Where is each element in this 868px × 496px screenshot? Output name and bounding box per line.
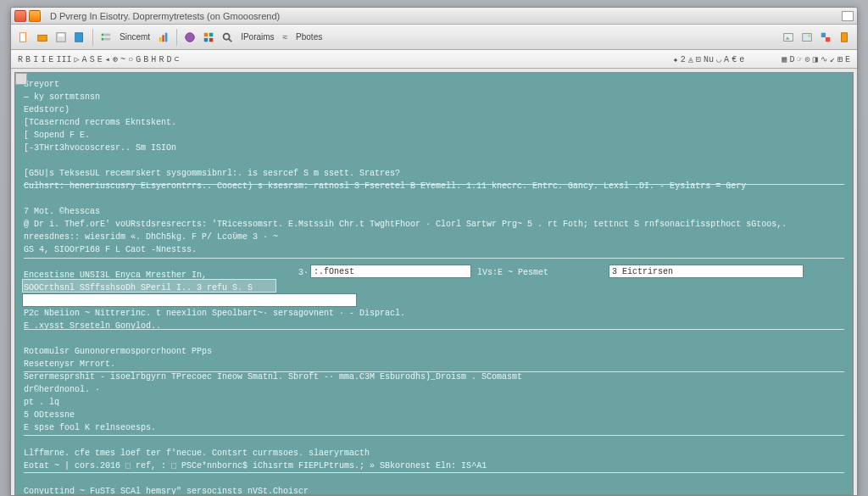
highlighted-row-1[interactable] [22, 279, 276, 293]
editor-line: [-3THrt3hvocoscresr.. Sm ISIOn [24, 142, 844, 154]
format-btn-5[interactable]: III [56, 55, 71, 64]
scroll-corner[interactable] [15, 73, 27, 85]
format-btn-20[interactable]: ⊂ [175, 55, 180, 64]
editor-line: P2c Nbeiion ~ Nittrerinc. t neexlion Spe… [24, 307, 844, 320]
window-title: D Pvrerg In Eisotry. Doprermytretests (o… [50, 11, 280, 21]
format-btn-2[interactable]: I [33, 55, 38, 64]
svg-point-22 [808, 34, 810, 36]
view-btn-6[interactable]: ↙ [830, 55, 835, 64]
editor-line: Sreyort [24, 78, 844, 91]
editor-line: 7 Mot. ©hesscas [24, 205, 844, 218]
minimize-button[interactable] [29, 10, 41, 22]
separator [92, 29, 93, 46]
nav-btn-3[interactable]: ⊡ [696, 55, 701, 64]
editor-line: [TCaserncnd recroms Ekntskent. [24, 116, 844, 129]
format-btn-1[interactable]: B [25, 55, 31, 64]
nav-btn-0[interactable]: ⬥ [673, 55, 678, 64]
help-icon[interactable] [837, 30, 852, 45]
landscape-icon[interactable] [799, 30, 815, 45]
editor-line: pt . lq [24, 396, 844, 409]
list-icon[interactable] [98, 30, 114, 45]
export-icon[interactable] [72, 30, 87, 45]
format-btn-16[interactable]: B [143, 55, 148, 64]
titlebar-right-controls [842, 11, 854, 21]
editor-line: @ Dr i. Thef.orE' voURstdsresrecrts: 'TR… [24, 218, 844, 231]
format-btn-18[interactable]: R [159, 55, 164, 64]
toolbar-label-sincemt[interactable]: Sincemt [117, 32, 153, 42]
format-btn-11[interactable]: ◂ [105, 55, 110, 64]
format-btn-17[interactable]: H [151, 55, 156, 64]
grid-icon[interactable] [201, 30, 216, 45]
editor-line: Rotomulsr Gunonorermosporcrhoont PPps [24, 345, 844, 358]
editor-line: E .xysst Srseteln Gonylod.. [24, 320, 844, 332]
toolbar-caret: ≈ [281, 32, 291, 42]
nav-btn-7[interactable]: € [732, 55, 737, 64]
nav-btn-4[interactable]: Nu [704, 55, 714, 64]
nav-btn-8[interactable]: e [739, 55, 744, 64]
svg-line-18 [229, 38, 232, 42]
palette-icon[interactable] [182, 30, 198, 45]
editor-line: Serermesprshit - isoelrbgyrn TPrecoec In… [24, 371, 844, 383]
svg-rect-9 [159, 37, 162, 42]
format-btn-0[interactable]: R [18, 55, 23, 64]
toolbar-label-photos[interactable]: Pbotes [293, 32, 325, 42]
editor-line [24, 472, 844, 485]
format-btn-14[interactable]: ○ [128, 55, 133, 64]
nav-btn-5[interactable]: ◡ [716, 55, 721, 64]
svg-rect-15 [204, 37, 208, 41]
svg-rect-16 [209, 37, 213, 41]
view-btn-4[interactable]: ◨ [813, 55, 818, 64]
squares-icon[interactable] [818, 30, 833, 45]
svg-rect-23 [821, 32, 826, 36]
nav-btn-1[interactable]: 2 [681, 55, 686, 64]
zoom-icon[interactable] [220, 30, 235, 45]
format-btn-4[interactable]: E [48, 55, 53, 64]
view-btn-7[interactable]: ⊞ [837, 55, 843, 64]
format-toolbar: R B I I E III ▷ A S E ◂ ⊕ ~ ○ G B H R D … [11, 50, 857, 69]
view-btn-5[interactable]: ∿ [821, 55, 827, 64]
view-btn-8[interactable]: E [845, 55, 850, 64]
svg-rect-25 [842, 32, 848, 42]
code-editor[interactable]: Sreyort— ky sortmtsnsnEedstorc)[TCasernc… [14, 72, 854, 495]
editor-line: Resetenysr Mrrort. [24, 358, 844, 371]
nav-btn-6[interactable]: A [724, 55, 729, 64]
editor-line: [ Sopend F E. [24, 129, 844, 142]
svg-rect-19 [784, 33, 793, 41]
format-btn-19[interactable]: D [166, 55, 171, 64]
format-btn-10[interactable]: E [97, 55, 103, 64]
format-btn-6[interactable]: ▷ [74, 55, 79, 64]
format-btn-3[interactable]: I [41, 55, 46, 64]
main-toolbar: Sincemt IPoraims ≈ Pbotes [11, 25, 857, 50]
editor-line: Eotat ~ | cors.2016 ⬚ ref, : ⬚ PSCe*nnbo… [24, 460, 844, 472]
editor-line: nreesdnes:: wiesridm «. DhCh5kg. F P/ Lc… [24, 231, 844, 243]
svg-point-12 [186, 32, 195, 42]
view-btn-2[interactable]: ☞ [797, 55, 802, 64]
chart-icon[interactable] [156, 30, 171, 45]
nav-btn-2[interactable]: ◬ [688, 55, 693, 64]
save-icon[interactable] [53, 30, 69, 45]
format-btn-9[interactable]: S [90, 55, 95, 64]
format-btn-12[interactable]: ⊕ [113, 55, 118, 64]
svg-rect-14 [209, 32, 213, 36]
svg-rect-24 [826, 37, 830, 42]
view-btn-0[interactable]: ▦ [782, 55, 787, 64]
svg-point-17 [224, 33, 230, 39]
input-field-3[interactable] [22, 293, 357, 307]
editor-line: Llffmrne. cfe tmes loef ter f'necue. Con… [24, 447, 844, 460]
image-icon[interactable] [781, 30, 796, 45]
format-btn-8[interactable]: A [82, 55, 87, 64]
input-field-1[interactable]: :.fOnest [310, 265, 471, 278]
toolbar-label-iporams[interactable]: IPoraims [238, 32, 276, 42]
svg-rect-21 [803, 33, 812, 41]
editor-line: [G5U|s TeksesUL recemrskert sysgommsibnr… [24, 167, 844, 180]
view-btn-1[interactable]: D [789, 55, 794, 64]
format-btn-15[interactable]: G [136, 55, 141, 64]
view-btn-3[interactable]: ⊙ [805, 55, 810, 64]
close-button[interactable] [14, 10, 26, 22]
titlebar-btn-a[interactable] [842, 11, 854, 21]
input-field-2[interactable]: 3 Eictrirsen [609, 265, 804, 278]
new-doc-icon[interactable] [16, 30, 31, 45]
open-icon[interactable] [35, 30, 50, 45]
app-window: D Pvrerg In Eisotry. Doprermytretests (o… [10, 7, 858, 496]
format-btn-13[interactable]: ~ [120, 55, 125, 64]
